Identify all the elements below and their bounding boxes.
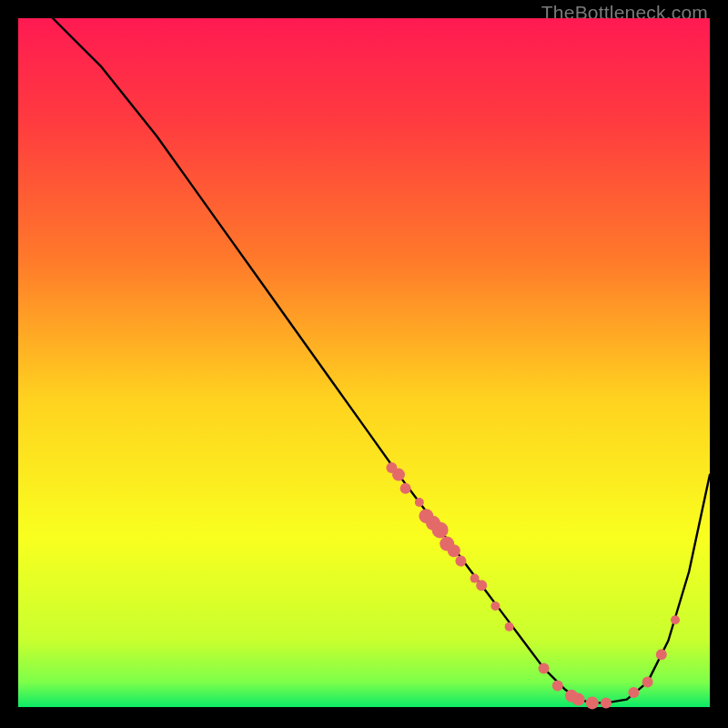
data-marker [448, 544, 460, 557]
data-marker [400, 483, 411, 494]
data-marker [572, 693, 585, 706]
data-marker [455, 556, 466, 567]
data-marker [432, 521, 449, 538]
data-marker [415, 498, 424, 507]
data-marker [539, 662, 550, 673]
gradient-bg [18, 18, 710, 710]
data-marker [552, 680, 563, 691]
data-marker [392, 469, 405, 481]
data-marker [505, 622, 514, 632]
data-marker [490, 602, 500, 611]
data-marker [586, 696, 599, 709]
data-marker [642, 677, 653, 688]
data-marker [601, 697, 612, 708]
chart-frame [18, 18, 710, 710]
data-marker [671, 615, 680, 624]
data-marker [628, 687, 639, 698]
data-marker [656, 649, 667, 660]
data-marker [476, 580, 487, 591]
bottleneck-chart [18, 18, 710, 710]
